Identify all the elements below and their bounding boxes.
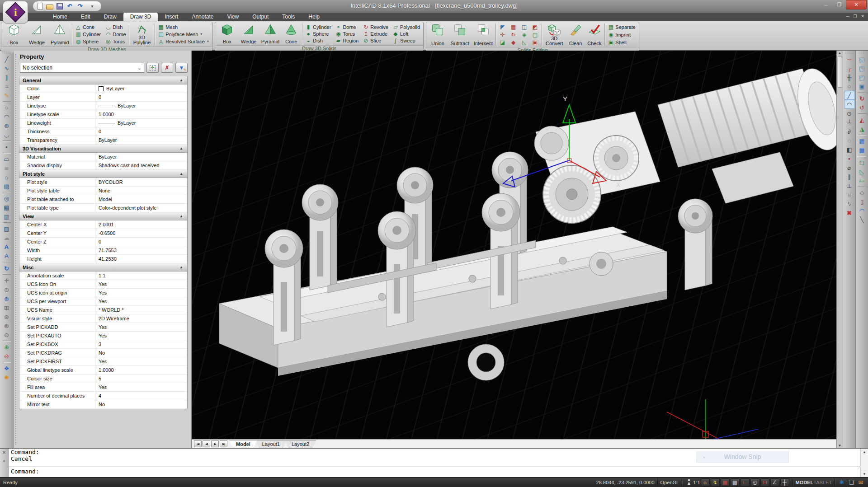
section-plot-style[interactable]: Plot style: [19, 170, 187, 178]
snap-quick-icon[interactable]: ⌀: [844, 163, 855, 172]
snap-node-icon[interactable]: ◌: [844, 136, 855, 145]
tab-view[interactable]: View: [220, 13, 245, 21]
extrude-face-icon[interactable]: ◳: [530, 31, 540, 38]
chamfer-tool-icon[interactable]: ╲: [857, 215, 868, 224]
annotation-scale-value[interactable]: 1:1: [693, 480, 700, 485]
doc-restore-icon[interactable]: ❐: [853, 14, 857, 19]
command-pin-icon[interactable]: ⌖: [3, 459, 5, 464]
prop-set-pickadd[interactable]: Set PICKADD Yes: [19, 323, 187, 332]
solid-pyramid-button[interactable]: Pyramid: [260, 23, 281, 45]
model-viewport[interactable]: Y X: [192, 51, 836, 439]
filter-button[interactable]: ▼✎: [175, 63, 188, 73]
zoom-center-tool-icon[interactable]: ⊜: [1, 321, 12, 330]
prop-cursor-size[interactable]: Cursor size 5: [19, 375, 187, 383]
boundary-hatch-tool-icon[interactable]: ▧: [1, 224, 12, 233]
polygon-tool-icon[interactable]: ⌂: [1, 173, 12, 182]
snap-apparent-intersection-icon[interactable]: ◠: [844, 100, 855, 109]
stretch-tool-icon[interactable]: ◺: [857, 167, 868, 176]
prop-plot-table-type[interactable]: Plot table type Color-dependent plot sty…: [19, 204, 187, 212]
zoom-window-tool-icon[interactable]: ⊞: [1, 303, 12, 312]
solid-cone-button[interactable]: Cone: [282, 23, 301, 45]
mail-icon[interactable]: ✉: [857, 479, 865, 486]
loft-button[interactable]: ◆Loft: [392, 30, 421, 37]
sheet-prev-button[interactable]: ◀: [203, 440, 210, 447]
align-tool-icon[interactable]: ▯: [857, 197, 868, 206]
snap-clear-icon[interactable]: ϟ: [844, 199, 855, 208]
slant-face-icon[interactable]: ◺: [519, 39, 529, 46]
command-scrollbar[interactable]: ▴ ▾: [860, 449, 868, 477]
prop-linetype-scale[interactable]: Linetype scale 1.0000: [19, 110, 187, 119]
snap-extension-icon[interactable]: ⊥: [844, 181, 855, 190]
zoom-scale-tool-icon[interactable]: ⊝: [1, 330, 12, 339]
hatch-tool-icon[interactable]: ▨: [1, 182, 12, 191]
mesh-dish-button[interactable]: ◡Dish: [104, 23, 127, 30]
minimize-icon[interactable]: ─: [820, 0, 833, 9]
solid-box-button[interactable]: Box: [217, 23, 237, 45]
tablet-toggle[interactable]: TABLET: [813, 480, 832, 485]
zoom-extents-tool-icon[interactable]: ✺: [1, 373, 12, 382]
tab-output[interactable]: Output: [245, 13, 275, 21]
sheet-next-button[interactable]: ▶: [211, 440, 219, 447]
move-face-icon[interactable]: ◤: [497, 23, 508, 31]
snap-point-icon[interactable]: ▪: [844, 154, 855, 163]
imprint-button[interactable]: ◉Imprint: [607, 31, 637, 38]
solid-dish-button[interactable]: ◒Dish: [304, 37, 332, 44]
tab-insert[interactable]: Insert: [158, 13, 185, 21]
solid-wedge-button[interactable]: Wedge: [239, 23, 259, 45]
sweep-button[interactable]: ∫Sweep: [392, 37, 421, 44]
shell-button[interactable]: ▣Shell: [607, 39, 637, 46]
annotation-autoadd-toggle[interactable]: ↯: [711, 478, 720, 487]
mesh-wedge-button[interactable]: Wedge: [26, 23, 48, 46]
prop-lineweight[interactable]: Lineweight ByLayer: [19, 119, 187, 127]
color-edge-icon[interactable]: ◆: [508, 39, 519, 46]
sheet-last-button[interactable]: ▶|: [220, 440, 227, 447]
grid-toggle[interactable]: ▩: [731, 478, 740, 487]
prop-decimal-places[interactable]: Number of decimal places 4: [19, 392, 187, 400]
prop-height[interactable]: Height 41.2530: [19, 255, 187, 263]
array-tool-icon[interactable]: ▦: [857, 136, 868, 145]
zoom-out-tool-icon[interactable]: ⊖: [1, 351, 12, 361]
clean-button[interactable]: Clean: [567, 23, 585, 47]
tab-draw[interactable]: Draw: [97, 13, 123, 21]
prop-visual-style[interactable]: Visual style 2D Wireframe: [19, 314, 187, 323]
prop-transparency[interactable]: Transparency ByLayer: [19, 136, 187, 145]
snap-midpoint-icon[interactable]: ┌: [844, 64, 855, 73]
separate-button[interactable]: ▤Separate: [607, 23, 637, 30]
region-button[interactable]: ▰Region: [334, 37, 359, 44]
polyface-mesh-button[interactable]: ◫Polyface Mesh▾: [157, 31, 210, 37]
regen-tool-icon[interactable]: ↻: [1, 264, 12, 273]
rectangle-tool-icon[interactable]: ▭: [1, 155, 12, 164]
crosshair-toggle[interactable]: ┼: [780, 478, 789, 487]
mesh-box-button[interactable]: Box: [3, 23, 25, 46]
arc-tool-icon[interactable]: ◠: [1, 112, 12, 121]
mirror-tool-icon[interactable]: ◭: [857, 115, 868, 124]
prop-center-z[interactable]: Center Z 0: [19, 238, 187, 246]
prop-plot-style-table[interactable]: Plot style table None: [19, 187, 187, 195]
double-line-tool-icon[interactable]: ∥: [1, 73, 12, 82]
snap-none-icon[interactable]: ✖: [844, 208, 855, 217]
offset-tool-icon[interactable]: ◰: [857, 73, 868, 82]
prop-width[interactable]: Width 71.7553: [19, 246, 187, 255]
polysolid-button[interactable]: ▱Polysolid: [392, 23, 421, 30]
slice-button[interactable]: ⊘Slice: [362, 37, 389, 44]
prop-color[interactable]: Color ByLayer: [19, 84, 187, 93]
section-general[interactable]: General: [19, 76, 187, 84]
tab-annotate[interactable]: Annotate: [185, 13, 220, 21]
3d-convert-button[interactable]: 3D Convert: [543, 23, 566, 47]
spline-tool-icon[interactable]: ≈: [1, 82, 12, 91]
dropdown-arrow-icon[interactable]: ▾: [200, 32, 202, 36]
snap-intersection-icon[interactable]: ╫: [844, 73, 855, 82]
solid-torus-button[interactable]: ◉Torus: [334, 30, 359, 37]
snap-perpendicular-icon[interactable]: ┴: [844, 118, 855, 127]
point-tool-icon[interactable]: ▪: [1, 142, 12, 151]
snap-quadrant-icon[interactable]: ○: [844, 82, 855, 91]
zoom-in-tool-icon[interactable]: ⊕: [1, 342, 12, 351]
zoom-dynamic-tool-icon[interactable]: ⊛: [1, 312, 12, 321]
subtract-button[interactable]: Subtract: [449, 23, 471, 47]
model-space-toggle[interactable]: MODEL: [796, 480, 814, 485]
revolve-button[interactable]: ↻Revolve: [362, 23, 389, 30]
rotate-face-icon[interactable]: ↻: [508, 31, 519, 38]
snap-tangent-icon[interactable]: ∂: [844, 127, 855, 136]
mesh-cone-button[interactable]: △Cone: [74, 23, 102, 30]
prop-layer[interactable]: Layer 0: [19, 93, 187, 102]
